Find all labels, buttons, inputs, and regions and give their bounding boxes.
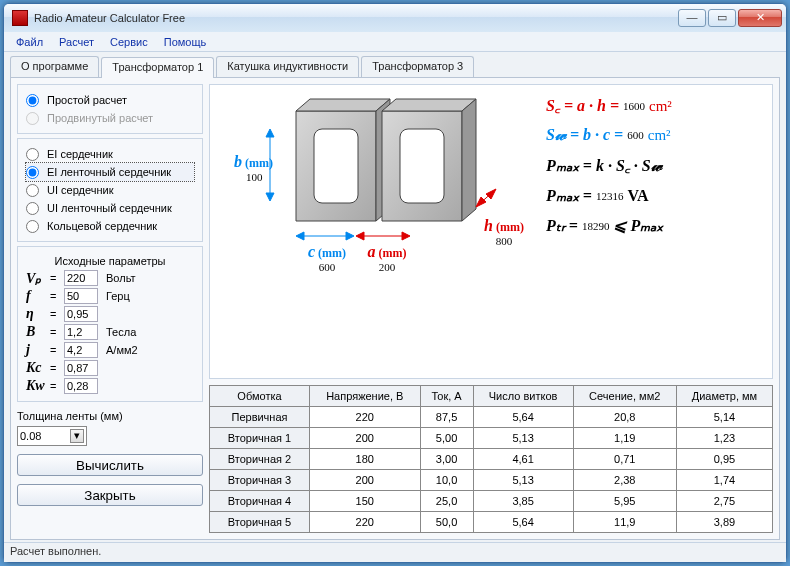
right-panel: b (mm) 100 c (mm) 600 a (mm) 200	[209, 84, 773, 533]
table-cell: Вторичная 2	[210, 449, 310, 470]
table-cell: 200	[310, 470, 421, 491]
table-cell: 10,0	[420, 470, 473, 491]
radio-ui-core-input[interactable]	[26, 184, 39, 197]
param-eta-sym: η	[26, 306, 46, 322]
radio-ring-core[interactable]: Кольцевой сердечник	[26, 217, 194, 235]
radio-ei-core[interactable]: EI сердечник	[26, 145, 194, 163]
menu-file[interactable]: Файл	[8, 36, 51, 48]
radio-ring-core-input[interactable]	[26, 220, 39, 233]
table-row: Вторичная 320010,05,132,381,74	[210, 470, 773, 491]
param-j: j= А/мм2	[26, 341, 194, 359]
table-cell: 3,00	[420, 449, 473, 470]
menu-service[interactable]: Сервис	[102, 36, 156, 48]
radio-ui-core[interactable]: UI сердечник	[26, 181, 194, 199]
radio-ei-tape-core-label: EI ленточный сердечник	[47, 166, 171, 178]
tab-transformer-1[interactable]: Трансформатор 1	[101, 57, 214, 78]
svg-marker-3	[266, 129, 274, 137]
param-f: f= Герц	[26, 287, 194, 305]
param-f-sym: f	[26, 288, 46, 304]
table-cell: 11,9	[573, 512, 676, 533]
menu-calc[interactable]: Расчет	[51, 36, 102, 48]
radio-simple-calc[interactable]: Простой расчет	[26, 91, 194, 109]
radio-simple-calc-input[interactable]	[26, 94, 39, 107]
table-cell: 5,13	[473, 428, 573, 449]
param-kc-input[interactable]	[64, 360, 98, 376]
radio-ei-tape-core[interactable]: EI ленточный сердечник	[26, 163, 194, 181]
radio-ui-tape-core[interactable]: UI ленточный сердечник	[26, 199, 194, 217]
table-cell: 20,8	[573, 407, 676, 428]
table-cell: 180	[310, 449, 421, 470]
table-cell: 1,19	[573, 428, 676, 449]
dim-b-label: b (mm) 100	[234, 153, 273, 183]
tab-transformer-3[interactable]: Трансформатор 3	[361, 56, 474, 77]
menu-bar: Файл Расчет Сервис Помощь	[4, 32, 786, 52]
calculate-button[interactable]: Вычислить	[17, 454, 203, 476]
table-row: Вторичная 21803,004,610,710,95	[210, 449, 773, 470]
close-window-button[interactable]: ✕	[738, 9, 782, 27]
table-cell: 5,14	[676, 407, 772, 428]
table-header: Обмотка	[210, 386, 310, 407]
table-cell: Вторичная 5	[210, 512, 310, 533]
param-eta: η=	[26, 305, 194, 323]
radio-ui-tape-core-label: UI ленточный сердечник	[47, 202, 172, 214]
svg-marker-12	[486, 189, 496, 199]
table-cell: 5,64	[473, 512, 573, 533]
table-cell: 5,00	[420, 428, 473, 449]
status-text: Расчет выполнен.	[10, 545, 101, 557]
radio-ui-tape-core-input[interactable]	[26, 202, 39, 215]
svg-marker-10	[402, 232, 410, 240]
table-header: Ток, А	[420, 386, 473, 407]
radio-ei-core-input[interactable]	[26, 148, 39, 161]
radio-ei-tape-core-input[interactable]	[26, 166, 39, 179]
table-cell: 220	[310, 407, 421, 428]
table-cell: Вторичная 4	[210, 491, 310, 512]
title-bar: Radio Amateur Calculator Free — ▭ ✕	[4, 4, 786, 32]
param-eta-input[interactable]	[64, 306, 98, 322]
menu-help[interactable]: Помощь	[156, 36, 215, 48]
table-cell: 87,5	[420, 407, 473, 428]
dim-a-label: a (mm) 200	[362, 243, 412, 273]
param-kc-sym: Kc	[26, 360, 46, 376]
table-cell: 0,71	[573, 449, 676, 470]
param-b-sym: B	[26, 324, 46, 340]
param-kw-sym: Kw	[26, 378, 46, 394]
status-bar: Расчет выполнен.	[4, 542, 786, 562]
tab-coil[interactable]: Катушка индуктивности	[216, 56, 359, 77]
formula-pmax-val: Pₘₐₓ = 12316 VA	[546, 186, 764, 205]
param-f-input[interactable]	[64, 288, 98, 304]
close-button[interactable]: Закрыть	[17, 484, 203, 506]
param-kw-input[interactable]	[64, 378, 98, 394]
param-j-sym: j	[26, 342, 46, 358]
minimize-button[interactable]: —	[678, 9, 706, 27]
radio-advanced-calc-input	[26, 112, 39, 125]
formula-panel: S꜀ = a · h = 1600 cm² S𝓌 = b · c = 600 c…	[546, 91, 766, 372]
param-vp: Vₚ= Вольт	[26, 269, 194, 287]
svg-rect-1	[400, 129, 444, 203]
radio-simple-calc-label: Простой расчет	[47, 94, 127, 106]
table-header: Диаметр, мм	[676, 386, 772, 407]
table-row: Вторичная 415025,03,855,952,75	[210, 491, 773, 512]
formula-pmax-def: Pₘₐₓ = k · S꜀ · S𝓌	[546, 156, 764, 175]
dim-h-label: h (mm) 800	[484, 217, 524, 247]
radio-ring-core-label: Кольцевой сердечник	[47, 220, 157, 232]
param-vp-sym: Vₚ	[26, 270, 46, 287]
left-panel: Простой расчет Продвинутый расчет EI сер…	[17, 84, 203, 533]
param-vp-input[interactable]	[64, 270, 98, 286]
thickness-combo[interactable]: 0.08 ▾	[17, 426, 87, 446]
tab-content: Простой расчет Продвинутый расчет EI сер…	[10, 78, 780, 540]
param-j-input[interactable]	[64, 342, 98, 358]
param-vp-unit: Вольт	[106, 272, 136, 284]
diagram-area: b (mm) 100 c (mm) 600 a (mm) 200	[209, 84, 773, 379]
tab-about[interactable]: О программе	[10, 56, 99, 77]
params-group: Исходные параметры Vₚ= Вольт f= Герц η=	[17, 246, 203, 402]
param-kw: Kw=	[26, 377, 194, 395]
windings-table-area: ОбмоткаНапряжение, ВТок, АЧисло витковСе…	[209, 385, 773, 533]
table-cell: 3,85	[473, 491, 573, 512]
chevron-down-icon[interactable]: ▾	[70, 429, 84, 443]
params-title: Исходные параметры	[26, 255, 194, 267]
windings-table: ОбмоткаНапряжение, ВТок, АЧисло витковСе…	[209, 385, 773, 533]
radio-advanced-calc-label: Продвинутый расчет	[47, 112, 153, 124]
maximize-button[interactable]: ▭	[708, 9, 736, 27]
table-cell: 150	[310, 491, 421, 512]
param-b-input[interactable]	[64, 324, 98, 340]
